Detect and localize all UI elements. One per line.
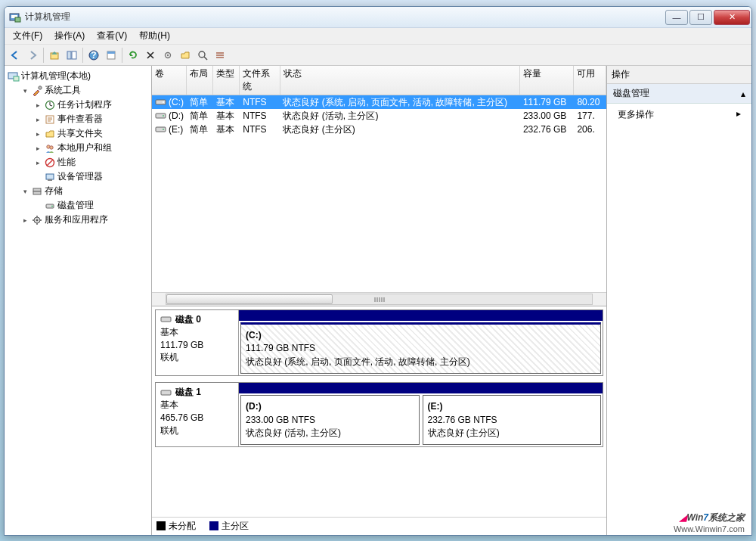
tree-services[interactable]: ▸ 服务和应用程序 bbox=[19, 213, 150, 227]
tree-event-viewer[interactable]: ▸事件查看器 bbox=[32, 112, 150, 126]
actions-more[interactable]: 更多操作 ▸ bbox=[607, 104, 751, 126]
tree-panel[interactable]: 计算机管理(本地) ▾ 系统工具 ▸任务计划程序 ▸事件查看器 ▸共享文件夹 ▸… bbox=[5, 66, 152, 535]
delete-button[interactable] bbox=[142, 47, 159, 64]
tree-task-scheduler[interactable]: ▸任务计划程序 bbox=[32, 98, 150, 112]
show-hide-tree-button[interactable] bbox=[64, 47, 80, 64]
collapse-icon: ▴ bbox=[741, 89, 745, 99]
minimize-button[interactable]: — bbox=[665, 10, 688, 25]
volume-row[interactable]: (D:)简单基本NTFS状态良好 (活动, 主分区)233.00 GB177. bbox=[152, 109, 606, 123]
svg-point-30 bbox=[51, 205, 53, 207]
disk-icon bbox=[44, 200, 56, 212]
menu-action[interactable]: 操作(A) bbox=[48, 28, 91, 44]
actions-group[interactable]: 磁盘管理 ▴ bbox=[607, 84, 751, 104]
up-button[interactable] bbox=[46, 47, 63, 64]
svg-rect-25 bbox=[46, 174, 54, 179]
col-status[interactable]: 状态 bbox=[280, 66, 520, 95]
caret-right-icon: ▸ bbox=[33, 101, 42, 110]
device-icon bbox=[44, 171, 56, 183]
svg-rect-35 bbox=[156, 113, 166, 118]
tree-storage[interactable]: ▾ 存储 bbox=[19, 184, 150, 198]
app-window: 计算机管理 — ☐ ✕ 文件(F) 操作(A) 查看(V) 帮助(H) ? bbox=[4, 6, 752, 536]
app-icon bbox=[9, 11, 21, 23]
menu-help[interactable]: 帮助(H) bbox=[133, 28, 176, 44]
svg-point-34 bbox=[163, 101, 164, 103]
volume-row[interactable]: (E:)简单基本NTFS状态良好 (主分区)232.76 GB206. bbox=[152, 123, 606, 136]
zoom-icon[interactable] bbox=[194, 47, 211, 64]
svg-rect-18 bbox=[14, 76, 19, 81]
legend-unallocated: 未分配 bbox=[156, 520, 196, 533]
caret-down-icon: ▾ bbox=[20, 187, 29, 196]
help-button[interactable]: ? bbox=[85, 47, 102, 64]
tree-root[interactable]: 计算机管理(本地) bbox=[6, 69, 150, 83]
svg-point-32 bbox=[36, 219, 39, 221]
volume-row[interactable]: (C:)简单基本NTFS状态良好 (系统, 启动, 页面文件, 活动, 故障转储… bbox=[152, 95, 606, 109]
disk-block[interactable]: 磁盘 1基本465.76 GB联机(D:)233.00 GB NTFS状态良好 … bbox=[155, 382, 603, 447]
volume-list: 卷 布局 类型 文件系统 状态 容量 可用 (C:)简单基本NTFS状态良好 (… bbox=[152, 66, 606, 306]
svg-rect-9 bbox=[107, 51, 115, 54]
svg-rect-16 bbox=[216, 57, 224, 58]
event-icon bbox=[44, 113, 56, 126]
svg-point-11 bbox=[167, 54, 169, 55]
svg-point-38 bbox=[163, 129, 164, 130]
window-title: 计算机管理 bbox=[25, 11, 665, 23]
col-capacity[interactable]: 容量 bbox=[520, 66, 574, 95]
svg-point-23 bbox=[50, 145, 53, 148]
disk-graphics[interactable]: 磁盘 0基本111.79 GB联机(C:)111.79 GB NTFS状态良好 … bbox=[152, 306, 606, 517]
svg-rect-2 bbox=[15, 17, 20, 22]
storage-icon bbox=[31, 185, 43, 197]
close-button[interactable]: ✕ bbox=[714, 10, 750, 25]
svg-line-13 bbox=[204, 57, 207, 60]
svg-rect-28 bbox=[33, 191, 41, 194]
tree-shared-folders[interactable]: ▸共享文件夹 bbox=[32, 126, 150, 141]
tree-system-tools[interactable]: ▾ 系统工具 bbox=[19, 83, 150, 98]
legend-primary: 主分区 bbox=[209, 520, 249, 533]
caret-right-icon: ▸ bbox=[33, 158, 42, 167]
svg-rect-27 bbox=[33, 188, 41, 191]
menu-file[interactable]: 文件(F) bbox=[7, 28, 48, 44]
legend: 未分配 主分区 bbox=[152, 517, 606, 535]
col-layout[interactable]: 布局 bbox=[187, 66, 213, 95]
svg-rect-5 bbox=[72, 51, 76, 59]
svg-rect-39 bbox=[161, 317, 171, 322]
partition[interactable]: (E:)232.76 GB NTFS状态良好 (主分区) bbox=[423, 395, 602, 445]
splitter-grip[interactable] bbox=[368, 293, 391, 306]
main-area: 计算机管理(本地) ▾ 系统工具 ▸任务计划程序 ▸事件查看器 ▸共享文件夹 ▸… bbox=[5, 66, 751, 535]
disk-block[interactable]: 磁盘 0基本111.79 GB联机(C:)111.79 GB NTFS状态良好 … bbox=[155, 309, 603, 376]
col-type[interactable]: 类型 bbox=[213, 66, 240, 95]
svg-point-19 bbox=[39, 86, 42, 89]
tree-disk-management[interactable]: 磁盘管理 bbox=[32, 198, 150, 213]
forward-button[interactable] bbox=[24, 47, 41, 64]
svg-rect-37 bbox=[156, 127, 166, 132]
content-panel: 卷 布局 类型 文件系统 状态 容量 可用 (C:)简单基本NTFS状态良好 (… bbox=[152, 66, 606, 535]
partition[interactable]: (C:)111.79 GB NTFS状态良好 (系统, 启动, 页面文件, 活动… bbox=[240, 322, 601, 374]
svg-rect-26 bbox=[48, 179, 52, 181]
menu-view[interactable]: 查看(V) bbox=[91, 28, 133, 44]
svg-rect-33 bbox=[156, 100, 166, 104]
tree-performance[interactable]: ▸性能 bbox=[32, 155, 150, 169]
maximize-button[interactable]: ☐ bbox=[689, 10, 712, 25]
volume-list-scrollbar[interactable] bbox=[152, 292, 606, 306]
svg-rect-40 bbox=[161, 390, 171, 395]
tree-device-manager[interactable]: 设备管理器 bbox=[32, 169, 150, 184]
col-filesystem[interactable]: 文件系统 bbox=[240, 66, 280, 95]
volume-list-body[interactable]: (C:)简单基本NTFS状态良好 (系统, 启动, 页面文件, 活动, 故障转储… bbox=[152, 95, 606, 292]
col-freespace[interactable]: 可用 bbox=[574, 66, 606, 95]
toolbar: ? bbox=[5, 45, 751, 66]
actions-panel: 操作 磁盘管理 ▴ 更多操作 ▸ bbox=[606, 66, 751, 535]
svg-text:?: ? bbox=[91, 50, 96, 61]
open-icon[interactable] bbox=[177, 47, 194, 64]
services-icon bbox=[31, 214, 43, 226]
window-controls: — ☐ ✕ bbox=[665, 10, 750, 25]
scrollbar-thumb[interactable] bbox=[166, 294, 333, 304]
partition[interactable]: (D:)233.00 GB NTFS状态良好 (活动, 主分区) bbox=[240, 395, 420, 445]
settings-icon[interactable] bbox=[160, 47, 176, 64]
tree-local-users[interactable]: ▸本地用户和组 bbox=[32, 141, 150, 155]
properties-button[interactable] bbox=[103, 47, 119, 64]
computer-icon bbox=[8, 70, 20, 82]
col-volume[interactable]: 卷 bbox=[152, 66, 187, 95]
back-button[interactable] bbox=[7, 47, 23, 64]
svg-point-36 bbox=[163, 115, 164, 117]
clock-icon bbox=[44, 99, 56, 111]
refresh-button[interactable] bbox=[125, 47, 141, 64]
list-icon[interactable] bbox=[212, 47, 228, 64]
